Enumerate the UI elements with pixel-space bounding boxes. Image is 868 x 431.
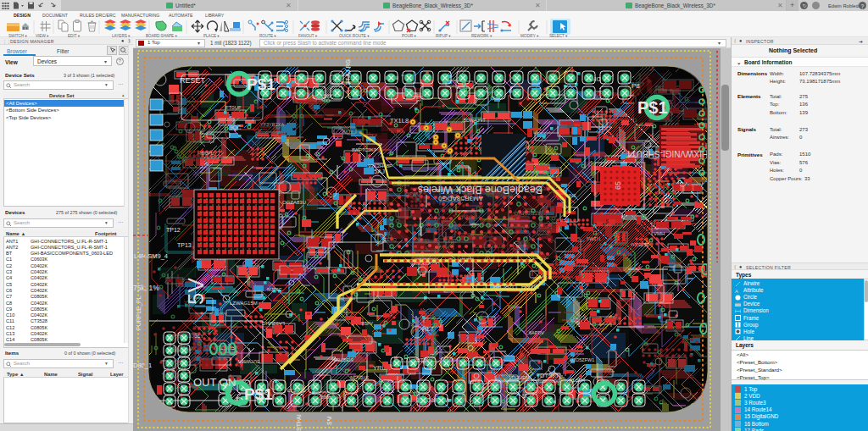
svg-text:P8: P8 bbox=[632, 82, 640, 90]
svg-text:6APDV: 6APDV bbox=[529, 330, 544, 335]
svg-text:BeagleBone Black Wireles: BeagleBone Black Wireles bbox=[418, 184, 542, 196]
svg-text:5V: 5V bbox=[183, 278, 209, 305]
svg-text:P$1: P$1 bbox=[637, 98, 668, 117]
svg-text:U2O5ZFW1: U2O5ZFW1 bbox=[570, 357, 594, 362]
svg-text:OGZA83U: OGZA83U bbox=[282, 200, 306, 205]
svg-text:A: A bbox=[735, 289, 738, 294]
svg-text:P$1: P$1 bbox=[244, 385, 273, 403]
svg-text:LZWAG15M: LZWAG15M bbox=[230, 301, 258, 306]
svg-text:5DWA3VT: 5DWA3VT bbox=[464, 118, 486, 123]
svg-text:5U7W86N: 5U7W86N bbox=[238, 359, 259, 364]
svg-text:8WP7C2K7: 8WP7C2K7 bbox=[352, 147, 376, 152]
svg-text:1TIGUE8L: 1TIGUE8L bbox=[509, 375, 531, 380]
svg-text:5AJ: 5AJ bbox=[374, 168, 385, 175]
svg-text:LA92UHC: LA92UHC bbox=[261, 321, 285, 326]
svg-text:D80_1: D80_1 bbox=[133, 362, 152, 369]
svg-text:L4R-SM9_4: L4R-SM9_4 bbox=[134, 252, 168, 260]
svg-text:PURPLE_PL: PURPLE_PL bbox=[136, 296, 142, 330]
svg-text:MJ76C: MJ76C bbox=[267, 287, 281, 292]
svg-text:RESET: RESET bbox=[180, 76, 206, 85]
svg-text:TX1L8: TX1L8 bbox=[390, 117, 409, 124]
svg-text:GHIXWVNIGI-SHBUTT: GHIXWVNIGI-SHBUTT bbox=[626, 149, 715, 158]
svg-text:75k, 1%: 75k, 1% bbox=[133, 284, 159, 292]
svg-text:STPAI: STPAI bbox=[296, 414, 302, 431]
svg-text:2TJLI RG: 2TJLI RG bbox=[345, 59, 351, 85]
svg-text:AM3R58ADG0: AM3R58ADG0 bbox=[438, 195, 483, 202]
svg-text:VMH: VMH bbox=[654, 231, 665, 236]
svg-text:HL7: HL7 bbox=[422, 325, 434, 333]
svg-text:OUT ON: OUT ON bbox=[193, 376, 236, 389]
svg-text:SYDVJN: SYDVJN bbox=[350, 375, 369, 380]
svg-text:9QC: 9QC bbox=[230, 124, 242, 131]
svg-text:P$1: P$1 bbox=[247, 75, 275, 93]
svg-text:65: 65 bbox=[614, 181, 622, 190]
svg-text:TP13: TP13 bbox=[177, 242, 192, 248]
svg-text:875E78H: 875E78H bbox=[334, 357, 353, 362]
svg-text:DT3KI: DT3KI bbox=[540, 372, 558, 379]
svg-text:FT0UF: FT0UF bbox=[225, 105, 242, 110]
svg-text:TP12: TP12 bbox=[166, 227, 181, 233]
